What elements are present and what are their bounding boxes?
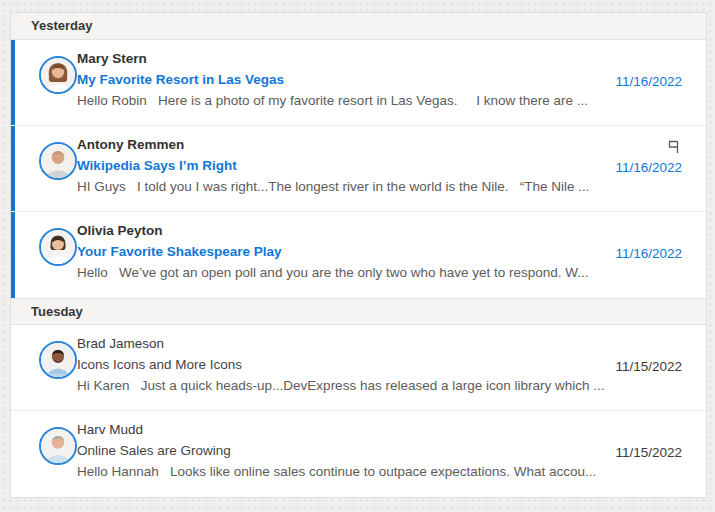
email-date: 11/16/2022 [615, 157, 682, 178]
group-header-yesterday: Yesterday [11, 13, 706, 40]
sender-name: Mary Stern [77, 48, 586, 69]
unread-indicator-bar [11, 40, 15, 125]
email-text-block: Antony Remmen Wikipedia Says I’m Right H… [77, 126, 706, 197]
avatar [39, 427, 77, 465]
email-preview: Hi Karen Just a quick heads-up...DevExpr… [77, 375, 681, 396]
avatar [39, 142, 77, 180]
avatar [39, 341, 77, 379]
sender-name: Harv Mudd [77, 419, 586, 440]
unread-indicator-bar [11, 212, 15, 298]
email-date: 11/16/2022 [615, 243, 682, 264]
mail-app-screen: Yesterday Mary Stern My Favorite Resort … [0, 0, 715, 512]
email-date: 11/15/2022 [615, 442, 682, 463]
email-preview: Hello Hannah Looks like online sales con… [77, 461, 681, 482]
email-preview: Hello We’ve got an open poll and you are… [77, 262, 681, 283]
email-row-mary-stern[interactable]: Mary Stern My Favorite Resort in Las Veg… [11, 40, 706, 126]
email-list: Yesterday Mary Stern My Favorite Resort … [10, 12, 707, 498]
email-text-block: Brad Jameson Icons Icons and More Icons … [77, 325, 706, 396]
email-row-harv-mudd[interactable]: Harv Mudd Online Sales are Growing Hello… [11, 411, 706, 497]
email-subject: Your Favorite Shakespeare Play [77, 241, 586, 262]
email-row-olivia-peyton[interactable]: Olivia Peyton Your Favorite Shakespeare … [11, 212, 706, 298]
email-subject: My Favorite Resort in Las Vegas [77, 69, 586, 90]
email-preview: HI Guys I told you I was right...The lon… [77, 176, 681, 197]
email-text-block: Mary Stern My Favorite Resort in Las Veg… [77, 40, 706, 111]
email-date: 11/15/2022 [615, 356, 682, 377]
group-label: Yesterday [31, 18, 92, 33]
sender-name: Brad Jameson [77, 333, 586, 354]
email-date: 11/16/2022 [615, 71, 682, 92]
woman-dark-hair-avatar-icon [41, 230, 75, 264]
avatar [39, 228, 77, 266]
group-header-tuesday: Tuesday [11, 298, 706, 325]
woman-brown-hair-avatar-icon [41, 58, 75, 92]
man-gray-hair-avatar-icon [41, 429, 75, 463]
avatar [39, 56, 77, 94]
sender-name: Olivia Peyton [77, 220, 586, 241]
bald-man-avatar-icon [41, 144, 75, 178]
email-subject: Wikipedia Says I’m Right [77, 155, 586, 176]
flag-icon[interactable] [666, 139, 682, 155]
email-subject: Icons Icons and More Icons [77, 354, 586, 375]
email-preview: Hello Robin Here is a photo of my favori… [77, 90, 681, 111]
man-beard-avatar-icon [41, 343, 75, 377]
group-label: Tuesday [31, 304, 83, 319]
unread-indicator-bar [11, 126, 15, 211]
email-text-block: Harv Mudd Online Sales are Growing Hello… [77, 411, 706, 482]
email-row-antony-remmen[interactable]: Antony Remmen Wikipedia Says I’m Right H… [11, 126, 706, 212]
sender-name: Antony Remmen [77, 134, 586, 155]
email-row-brad-jameson[interactable]: Brad Jameson Icons Icons and More Icons … [11, 325, 706, 411]
email-subject: Online Sales are Growing [77, 440, 586, 461]
email-text-block: Olivia Peyton Your Favorite Shakespeare … [77, 212, 706, 283]
